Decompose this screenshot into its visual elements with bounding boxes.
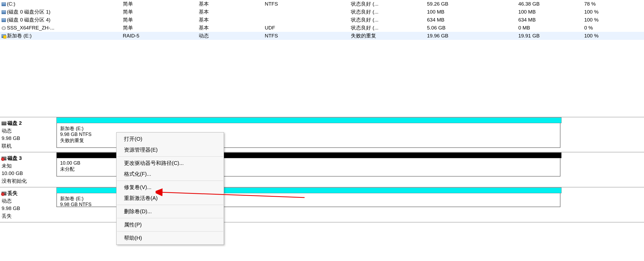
disk-info-line: 没有初始化 xyxy=(2,177,54,185)
cell-status: 状态良好 (... xyxy=(350,24,426,32)
disk-row: 磁盘 2动态9.98 GB联机新加卷 (E:)9.98 GB NTFS失败的重复 xyxy=(0,117,644,152)
cell-fs: NTFS xyxy=(264,0,350,8)
disk-graphical-area: 磁盘 2动态9.98 GB联机新加卷 (E:)9.98 GB NTFS失败的重复… xyxy=(0,117,644,223)
cell-pct: 78 % xyxy=(583,0,644,8)
menu-item[interactable]: 格式化(F)... xyxy=(117,169,224,179)
cell-cap: 5.06 GB xyxy=(426,24,517,32)
volume-box-status: 失败的重复 xyxy=(60,137,112,144)
cell-layout: 简单 xyxy=(122,16,198,24)
volume-row[interactable]: 新加卷 (E:)RAID-5动态NTFS失败的重复19.96 GB19.91 G… xyxy=(0,32,644,40)
disk-header: 丢失动态9.98 GB丢失 xyxy=(0,187,56,222)
disk-info-line: 9.98 GB xyxy=(2,205,54,212)
volume-name: (磁盘 0 磁盘分区 1) xyxy=(7,9,51,15)
disk-info-line: 10.00 GB xyxy=(2,170,54,177)
cell-free: 46.38 GB xyxy=(517,0,583,8)
volume-list-table[interactable]: (C:)简单基本NTFS状态良好 (...59.26 GB46.38 GB78 … xyxy=(0,0,644,40)
disk-row: 磁盘 3未知10.00 GB没有初始化10.00 GB未分配 xyxy=(0,152,644,187)
cell-free: 0 MB xyxy=(517,24,583,32)
cell-fs xyxy=(264,16,350,24)
menu-item[interactable]: 打开(O) xyxy=(117,134,224,144)
disk-title: 磁盘 3 xyxy=(7,155,22,161)
disk-icon xyxy=(2,122,6,125)
cell-cap: 634 MB xyxy=(426,16,517,24)
disk-header: 磁盘 3未知10.00 GB没有初始化 xyxy=(0,152,56,187)
cell-free: 19.91 GB xyxy=(517,32,583,40)
cell-fs: NTFS xyxy=(264,32,350,40)
volume-box-info: 9.98 GB NTFS xyxy=(60,132,112,137)
cell-type: 基本 xyxy=(198,8,264,16)
cell-pct: 100 % xyxy=(583,8,644,16)
menu-separator xyxy=(117,231,223,232)
disk-info-line: 动态 xyxy=(2,127,54,135)
menu-separator xyxy=(117,218,223,218)
menu-item[interactable]: 重新激活卷(A) xyxy=(117,193,224,204)
cell-pct: 0 % xyxy=(583,24,644,32)
volume-icon xyxy=(2,2,6,6)
cell-type: 基本 xyxy=(198,0,264,8)
cell-layout: RAID-5 xyxy=(122,32,198,40)
disk-row: 丢失动态9.98 GB丢失新加卷 (E:)9.98 GB NTFS失败的重复 xyxy=(0,187,644,223)
menu-item[interactable]: 帮助(H) xyxy=(117,233,224,243)
disk-icon xyxy=(2,157,6,160)
cell-fs: UDF xyxy=(264,24,350,32)
cell-layout: 简单 xyxy=(122,24,198,32)
cell-status: 状态良好 (... xyxy=(350,0,426,8)
cell-fs xyxy=(264,8,350,16)
menu-item[interactable]: 更改驱动器号和路径(C)... xyxy=(117,158,224,169)
disk-info-line: 未知 xyxy=(2,162,54,170)
cell-status: 状态良好 (... xyxy=(350,8,426,16)
volume-row[interactable]: SSS_X64FRE_ZH-...简单基本UDF状态良好 (...5.06 GB… xyxy=(0,24,644,32)
volume-box-status: 未分配 xyxy=(60,166,112,172)
disk-info-line: 动态 xyxy=(2,197,54,205)
disk-icon xyxy=(2,192,6,195)
disk-title: 丢失 xyxy=(7,190,18,196)
menu-separator xyxy=(117,205,223,205)
volume-box-name: 新加卷 (E:) xyxy=(60,195,112,202)
cell-layout: 简单 xyxy=(122,8,198,16)
volume-icon xyxy=(2,26,6,30)
volume-name: SSS_X64FRE_ZH-... xyxy=(7,25,54,31)
cell-type: 基本 xyxy=(198,16,264,24)
cell-pct: 100 % xyxy=(583,16,644,24)
menu-separator xyxy=(117,181,223,181)
cell-type: 基本 xyxy=(198,24,264,32)
menu-separator xyxy=(117,156,223,157)
menu-item[interactable]: 修复卷(V)... xyxy=(117,182,224,193)
disk-info-line: 丢失 xyxy=(2,212,54,220)
disk-info-line: 联机 xyxy=(2,142,54,150)
menu-item[interactable]: 删除卷(D)... xyxy=(117,206,224,217)
cell-pct: 100 % xyxy=(583,32,644,40)
cell-status: 失败的重复 xyxy=(350,32,426,40)
volume-row[interactable]: (磁盘 0 磁盘分区 1)简单基本状态良好 (...100 MB100 MB10… xyxy=(0,8,644,16)
cell-free: 634 MB xyxy=(517,16,583,24)
menu-item[interactable]: 资源管理器(E) xyxy=(117,144,224,155)
volume-name: 新加卷 (E:) xyxy=(7,33,32,38)
volume-name: (磁盘 0 磁盘分区 4) xyxy=(7,17,51,23)
volume-row[interactable]: (C:)简单基本NTFS状态良好 (...59.26 GB46.38 GB78 … xyxy=(0,0,644,8)
disk-title: 磁盘 2 xyxy=(7,120,22,126)
volume-box-info: 10.00 GB xyxy=(60,160,112,166)
volume-icon xyxy=(2,10,6,14)
volume-box-name: 新加卷 (E:) xyxy=(60,125,112,132)
volume-row[interactable]: (磁盘 0 磁盘分区 4)简单基本状态良好 (...634 MB634 MB10… xyxy=(0,16,644,24)
cell-status: 状态良好 (... xyxy=(350,16,426,24)
cell-cap: 100 MB xyxy=(426,8,517,16)
cell-cap: 19.96 GB xyxy=(426,32,517,40)
disk-header: 磁盘 2动态9.98 GB联机 xyxy=(0,117,56,152)
volume-name: (C:) xyxy=(7,1,15,7)
cell-type: 动态 xyxy=(198,32,264,40)
volume-context-menu[interactable]: 打开(O)资源管理器(E)更改驱动器号和路径(C)...格式化(F)...修复卷… xyxy=(116,132,224,245)
menu-item[interactable]: 属性(P) xyxy=(117,219,224,230)
volume-color-strip xyxy=(56,117,562,123)
volume-box-info: 9.98 GB NTFS xyxy=(60,202,112,207)
cell-layout: 简单 xyxy=(122,0,198,8)
volume-icon xyxy=(2,34,6,38)
cell-cap: 59.26 GB xyxy=(426,0,517,8)
cell-free: 100 MB xyxy=(517,8,583,16)
disk-info-line: 9.98 GB xyxy=(2,135,54,142)
volume-icon xyxy=(2,18,6,22)
